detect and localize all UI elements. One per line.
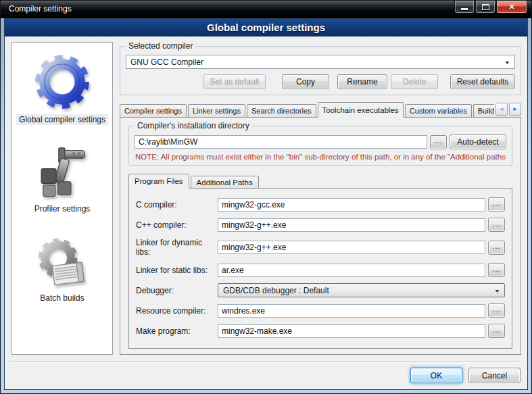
field-label: Make program: bbox=[136, 326, 218, 336]
linker-static-input[interactable] bbox=[218, 264, 485, 277]
set-as-default-button[interactable]: Set as default bbox=[203, 74, 266, 89]
linker-dynamic-input[interactable] bbox=[218, 241, 485, 254]
debugger-select[interactable]: GDB/CDB debugger : Default ▼ bbox=[218, 283, 505, 297]
browse-button[interactable]: ... bbox=[488, 324, 505, 338]
chevron-down-icon: ▼ bbox=[494, 288, 501, 293]
sidebar-item-label: Profiler settings bbox=[32, 203, 93, 214]
settings-tabstrip: Compiler settings Linker settings Search… bbox=[120, 102, 521, 118]
selected-compiler-group-label: Selected compiler bbox=[126, 41, 195, 51]
field-row-linker-dynamic: Linker for dynamic libs: ... bbox=[136, 238, 505, 257]
field-label: Linker for dynamic libs: bbox=[136, 238, 218, 257]
field-row-resource-compiler: Resource compiler: ... bbox=[136, 303, 505, 318]
program-files-panel: C compiler: ... C++ compiler: ... Linker… bbox=[128, 188, 512, 349]
close-icon: ✕ bbox=[508, 3, 514, 11]
field-row-c-compiler: C compiler: ... bbox=[136, 197, 505, 212]
field-label: C compiler: bbox=[136, 200, 218, 210]
field-row-cpp-compiler: C++ compiler: ... bbox=[136, 218, 505, 232]
sidebar-item-batch-builds[interactable]: Batch builds bbox=[34, 235, 90, 303]
auto-detect-button[interactable]: Auto-detect bbox=[450, 134, 506, 149]
field-label: Resource compiler: bbox=[136, 306, 218, 316]
debugger-select-value: GDB/CDB debugger : Default bbox=[223, 286, 329, 295]
field-row-make-program: Make program: ... bbox=[136, 324, 505, 338]
sidebar-item-profiler-settings[interactable]: Profiler settings bbox=[32, 145, 93, 214]
toolchain-executables-panel: Compiler's installation directory ... Au… bbox=[120, 117, 521, 355]
sidebar-item-global-compiler-settings[interactable]: Global compiler settings bbox=[16, 52, 108, 125]
field-row-debugger: Debugger: GDB/CDB debugger : Default ▼ bbox=[136, 283, 505, 297]
window-controls: ✕ bbox=[454, 1, 527, 14]
blue-gear-icon bbox=[32, 52, 92, 112]
make-program-input[interactable] bbox=[218, 324, 485, 338]
installation-note: NOTE: All programs must exist either in … bbox=[135, 153, 506, 161]
browse-button[interactable]: ... bbox=[488, 197, 505, 212]
tab-custom-variables[interactable]: Custom variables bbox=[405, 104, 472, 118]
dialog-body: Global compiler settings bbox=[4, 18, 528, 390]
dialog-footer: OK Cancel bbox=[5, 363, 527, 383]
field-label: Debugger: bbox=[136, 286, 218, 295]
maximize-icon bbox=[482, 4, 489, 10]
browse-button[interactable]: ... bbox=[488, 263, 505, 277]
cancel-button[interactable]: Cancel bbox=[468, 368, 521, 383]
resource-compiler-input[interactable] bbox=[218, 304, 485, 318]
tab-toolchain-executables[interactable]: Toolchain executables bbox=[318, 102, 404, 118]
tab-search-directories[interactable]: Search directories bbox=[247, 104, 316, 118]
caliper-icon bbox=[34, 145, 90, 201]
compiler-settings-window: Compiler settings ✕ Global compiler sett… bbox=[0, 0, 532, 394]
installation-directory-group-label: Compiler's installation directory bbox=[135, 121, 252, 130]
titlebar: Compiler settings ✕ bbox=[1, 1, 531, 18]
reset-defaults-button[interactable]: Reset defaults bbox=[450, 74, 515, 89]
copy-button[interactable]: Copy bbox=[282, 74, 329, 89]
sidebar-item-label: Global compiler settings bbox=[16, 114, 108, 125]
page-title: Global compiler settings bbox=[5, 19, 527, 36]
c-compiler-input[interactable] bbox=[218, 198, 485, 212]
browse-button[interactable]: ... bbox=[488, 218, 505, 232]
installation-directory-input[interactable] bbox=[135, 135, 427, 149]
close-button[interactable]: ✕ bbox=[496, 1, 527, 14]
program-subtabs: Program Files Additional Paths bbox=[128, 174, 512, 189]
installation-directory-group: Compiler's installation directory ... Au… bbox=[128, 126, 512, 166]
tab-scroll-buttons: ◄ ► bbox=[494, 103, 521, 116]
chevron-down-icon: ▼ bbox=[504, 59, 511, 64]
field-label: C++ compiler: bbox=[136, 220, 218, 230]
tab-linker-settings[interactable]: Linker settings bbox=[188, 104, 245, 118]
minimize-icon bbox=[461, 8, 468, 10]
subtab-program-files[interactable]: Program Files bbox=[128, 174, 189, 189]
cpp-compiler-input[interactable] bbox=[218, 218, 485, 232]
compiler-select-value: GNU GCC Compiler bbox=[130, 57, 203, 67]
selected-compiler-group: Selected compiler GNU GCC Compiler ▼ Set… bbox=[120, 46, 521, 95]
delete-button[interactable]: Delete bbox=[391, 74, 438, 89]
ok-button[interactable]: OK bbox=[410, 368, 462, 383]
gray-gear-stack-icon bbox=[34, 235, 90, 290]
minimize-button[interactable] bbox=[454, 1, 475, 14]
compiler-select[interactable]: GNU GCC Compiler ▼ bbox=[126, 55, 515, 69]
settings-category-sidebar: Global compiler settings bbox=[11, 42, 113, 355]
browse-directory-button[interactable]: ... bbox=[430, 135, 447, 149]
field-row-linker-static: Linker for static libs: ... bbox=[136, 263, 505, 277]
browse-button[interactable]: ... bbox=[488, 303, 505, 318]
tab-scroll-right-button[interactable]: ► bbox=[509, 103, 521, 116]
tab-scroll-left-button[interactable]: ◄ bbox=[495, 103, 508, 116]
tab-compiler-settings[interactable]: Compiler settings bbox=[120, 104, 187, 118]
browse-button[interactable]: ... bbox=[488, 241, 505, 255]
maximize-button[interactable] bbox=[475, 1, 495, 14]
window-title: Compiler settings bbox=[9, 4, 72, 14]
sidebar-item-label: Batch builds bbox=[37, 293, 87, 303]
field-label: Linker for static libs: bbox=[136, 266, 218, 275]
rename-button[interactable]: Rename bbox=[337, 74, 387, 89]
subtab-additional-paths[interactable]: Additional Paths bbox=[191, 176, 259, 189]
